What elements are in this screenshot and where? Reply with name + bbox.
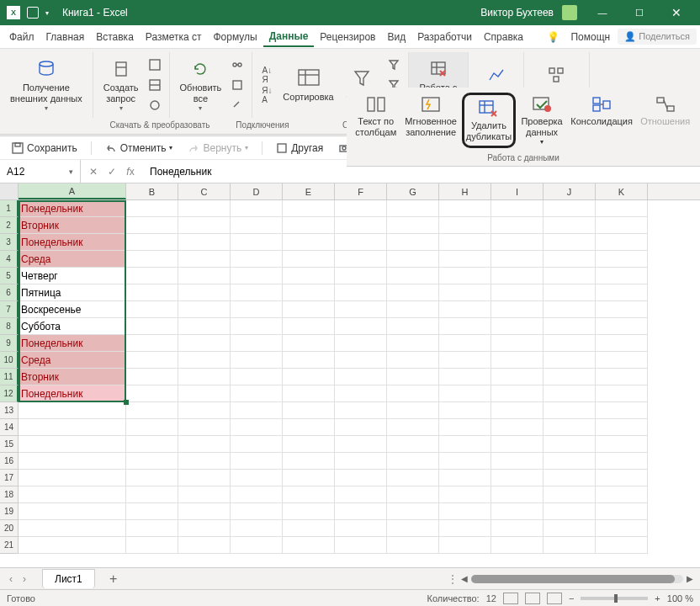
lightbulb-icon[interactable]: 💡 — [544, 31, 563, 43]
cell[interactable] — [439, 520, 491, 537]
cell[interactable] — [387, 503, 439, 520]
cell[interactable] — [439, 402, 491, 419]
avatar[interactable] — [562, 5, 577, 20]
cell[interactable]: Среда — [19, 352, 126, 369]
cell[interactable] — [439, 352, 491, 369]
cell[interactable] — [544, 352, 596, 369]
cell[interactable] — [544, 402, 596, 419]
cell[interactable] — [231, 251, 283, 268]
cell[interactable] — [439, 503, 491, 520]
properties-button[interactable] — [228, 76, 247, 94]
zoom-in-button[interactable]: + — [655, 593, 660, 603]
cell[interactable] — [544, 318, 596, 335]
row-header[interactable]: 16 — [0, 453, 19, 470]
cell[interactable] — [126, 301, 178, 318]
cell[interactable] — [335, 335, 387, 352]
cell[interactable] — [283, 436, 335, 453]
cell[interactable] — [544, 268, 596, 284]
cell[interactable] — [387, 436, 439, 453]
cell[interactable] — [439, 453, 491, 470]
cell[interactable] — [178, 520, 231, 537]
cell[interactable]: Четверг — [19, 268, 126, 284]
row-header[interactable]: 4 — [0, 251, 19, 268]
cell[interactable]: Понедельник — [19, 385, 126, 402]
column-header[interactable]: E — [283, 183, 335, 199]
cell[interactable] — [19, 419, 126, 436]
maximize-button[interactable]: ☐ — [623, 0, 656, 25]
from-table-button[interactable] — [146, 76, 164, 94]
cell[interactable] — [491, 352, 544, 369]
cell[interactable] — [596, 301, 648, 318]
edit-links-button[interactable] — [228, 96, 247, 114]
cell[interactable]: Пятница — [19, 284, 126, 301]
cell[interactable] — [596, 453, 648, 470]
cell[interactable] — [544, 200, 596, 217]
refresh-all-button[interactable]: Обновить все ▾ — [175, 56, 227, 114]
cell[interactable] — [335, 284, 387, 301]
cell[interactable] — [19, 453, 126, 470]
cell[interactable] — [178, 503, 231, 520]
cell[interactable] — [283, 318, 335, 335]
cell[interactable] — [231, 436, 283, 453]
cell[interactable] — [439, 301, 491, 318]
cell[interactable] — [283, 335, 335, 352]
cell[interactable] — [178, 268, 231, 284]
cell[interactable] — [283, 268, 335, 284]
cell[interactable] — [126, 453, 178, 470]
row-header[interactable]: 2 — [0, 217, 19, 234]
cell[interactable] — [491, 436, 544, 453]
cell[interactable] — [231, 385, 283, 402]
cell[interactable] — [178, 200, 231, 217]
zoom-out-button[interactable]: − — [569, 593, 574, 603]
cell[interactable] — [178, 537, 231, 554]
cell[interactable] — [335, 318, 387, 335]
cell[interactable] — [439, 318, 491, 335]
cell[interactable] — [491, 419, 544, 436]
cell[interactable] — [126, 402, 178, 419]
cell[interactable] — [596, 318, 648, 335]
cell[interactable] — [387, 369, 439, 385]
cell[interactable] — [178, 284, 231, 301]
cell[interactable] — [231, 200, 283, 217]
cell[interactable] — [231, 268, 283, 284]
cell[interactable] — [335, 251, 387, 268]
cell[interactable] — [178, 352, 231, 369]
cell[interactable] — [178, 335, 231, 352]
cell[interactable] — [491, 520, 544, 537]
cell[interactable] — [544, 369, 596, 385]
data-validation-button[interactable]: Проверка данных ▾ — [517, 93, 566, 148]
row-header[interactable]: 14 — [0, 419, 19, 436]
sort-az-button[interactable]: A↓Я — [257, 66, 276, 84]
row-header[interactable]: 3 — [0, 234, 19, 251]
cell[interactable] — [126, 419, 178, 436]
help-search[interactable]: Помощн — [565, 28, 616, 46]
dropdown-icon[interactable]: ▾ — [45, 9, 49, 17]
cell[interactable] — [544, 217, 596, 234]
normal-view-button[interactable] — [503, 593, 518, 604]
minimize-button[interactable]: — — [586, 0, 619, 25]
row-header[interactable]: 6 — [0, 284, 19, 301]
cell[interactable] — [439, 251, 491, 268]
cell[interactable] — [231, 470, 283, 486]
cell[interactable]: Вторник — [19, 369, 126, 385]
cell[interactable] — [283, 385, 335, 402]
row-header[interactable]: 7 — [0, 301, 19, 318]
cell[interactable] — [596, 436, 648, 453]
cell[interactable]: Воскресенье — [19, 301, 126, 318]
cell[interactable] — [439, 335, 491, 352]
cell[interactable] — [335, 369, 387, 385]
row-header[interactable]: 17 — [0, 470, 19, 486]
cell[interactable] — [439, 537, 491, 554]
menu-item-главная[interactable]: Главная — [40, 28, 91, 46]
cell[interactable] — [387, 402, 439, 419]
cell[interactable] — [335, 520, 387, 537]
cell[interactable] — [439, 234, 491, 251]
cell[interactable] — [231, 284, 283, 301]
cell[interactable] — [596, 335, 648, 352]
cell[interactable] — [178, 486, 231, 503]
cell[interactable] — [596, 352, 648, 369]
cell[interactable] — [231, 369, 283, 385]
cell[interactable] — [491, 335, 544, 352]
cell[interactable] — [231, 318, 283, 335]
cell[interactable] — [387, 301, 439, 318]
